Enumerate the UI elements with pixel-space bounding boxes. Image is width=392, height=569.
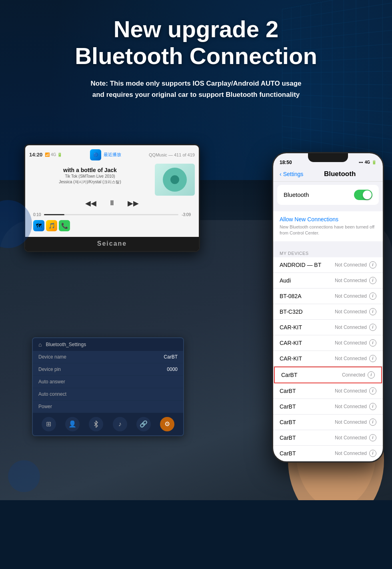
hu-next-button[interactable]: ▶▶: [128, 199, 139, 208]
device-status: Not Connectedi: [335, 403, 376, 410]
header-note: Note: This mode only supports IOS Carpla…: [24, 78, 368, 100]
phone-time: 18:50: [280, 160, 292, 165]
device-row[interactable]: BT-082ANot Connectedi: [273, 289, 383, 304]
bu-link-icon[interactable]: 🔗: [136, 417, 151, 431]
hu-app-icons: 🗺 🎵 📞: [29, 218, 195, 233]
info-icon[interactable]: i: [369, 293, 376, 300]
main-content: 14:20 📶 4G 🔋 🔵 最近播放 QQMusic — 411 of 419…: [0, 112, 392, 500]
info-icon[interactable]: i: [369, 339, 376, 347]
album-outer-circle: [163, 168, 187, 192]
device-status: Not Connectedi: [335, 387, 376, 395]
phone-back-button[interactable]: ‹ Settings: [280, 171, 303, 177]
device-name: CarBT: [280, 403, 296, 410]
info-icon[interactable]: i: [369, 355, 376, 362]
devices-list: ANDROID — BTNot ConnectediAudiNot Connec…: [273, 257, 383, 461]
hu-phone-icon[interactable]: 📞: [59, 220, 70, 231]
phone-screen: 18:50 ▪▪▪ 4G 🔋 ‹ Settings Bluetooth: [273, 153, 383, 461]
allow-new-link[interactable]: Allow New Connections: [280, 216, 376, 222]
device-status: Not Connectedi: [335, 261, 376, 268]
device-name: Audi: [280, 277, 291, 284]
hu-nav-icon: 🔵: [90, 149, 101, 160]
device-name: ANDROID — BT: [280, 262, 321, 268]
hu-album-art: [155, 164, 195, 196]
home-icon[interactable]: ⌂: [38, 341, 42, 348]
bu-auto-connect-label: Auto connect: [38, 391, 66, 397]
back-label: Settings: [283, 171, 304, 177]
info-icon[interactable]: i: [369, 308, 376, 315]
bu-contacts-icon[interactable]: 👤: [65, 417, 80, 431]
info-icon[interactable]: i: [369, 434, 376, 441]
device-row[interactable]: ANDROID — BTNot Connectedi: [273, 257, 383, 273]
my-devices-header: MY DEVICES: [273, 244, 383, 257]
device-status: Not Connectedi: [335, 277, 376, 284]
bu-device-name-row: Device name CarBT: [33, 351, 183, 363]
bu-bluetooth-icon[interactable]: [89, 417, 103, 431]
head-unit: 14:20 📶 4G 🔋 🔵 最近播放 QQMusic — 411 of 419…: [24, 144, 200, 252]
device-status: Not Connectedi: [335, 450, 376, 457]
info-icon[interactable]: i: [368, 371, 375, 379]
bu-music-nav-icon[interactable]: ♪: [113, 417, 127, 431]
device-name: CarBT: [280, 450, 296, 457]
device-status: Not Connectedi: [335, 293, 376, 300]
device-row[interactable]: CAR-KITNot Connectedi: [273, 351, 383, 367]
device-status: Not Connectedi: [335, 419, 376, 426]
info-icon[interactable]: i: [369, 261, 376, 268]
phone-mockup: 18:50 ▪▪▪ 4G 🔋 ‹ Settings Bluetooth: [272, 152, 384, 463]
hu-song-info: with a bottle of Jack Tik Tok (SMTown Li…: [29, 164, 151, 196]
car-scene: 14:20 📶 4G 🔋 🔵 最近播放 QQMusic — 411 of 419…: [0, 120, 392, 500]
device-row[interactable]: CarBTNot Connectedi: [273, 383, 383, 399]
bu-auto-answer-label: Auto answer: [38, 379, 65, 385]
device-name: CarBT: [280, 419, 296, 425]
hu-song-sub2: Jessica (제시카)/Krystal (크리스탈): [29, 179, 151, 185]
info-icon[interactable]: i: [369, 387, 376, 395]
device-row[interactable]: AudiNot Connectedi: [273, 273, 383, 289]
battery-icon: 🔋: [372, 160, 376, 164]
device-status: Connectedi: [342, 371, 375, 379]
nav-arrow-icon: 🔵: [93, 152, 98, 157]
info-icon[interactable]: i: [369, 419, 376, 426]
bu-auto-answer-row: Auto answer: [33, 376, 183, 388]
device-name: BT-082A: [280, 293, 301, 299]
device-name: CarBT: [280, 388, 296, 394]
device-row[interactable]: BT-C32DNot Connectedi: [273, 304, 383, 320]
bu-auto-connect-row: Auto connect: [33, 388, 183, 401]
hu-top-bar: 14:20 📶 4G 🔋 🔵 最近播放 QQMusic — 411 of 419: [29, 149, 195, 160]
device-row[interactable]: CarBTNot Connectedi: [273, 399, 383, 415]
bu-device-pin-value: 0000: [167, 367, 178, 372]
hu-song-sub1: Tik Tok (SMTown Live 2010): [29, 174, 151, 178]
head-unit-screen: 14:20 📶 4G 🔋 🔵 最近播放 QQMusic — 411 of 419…: [25, 145, 199, 237]
bu-apps-icon[interactable]: ⊞: [42, 417, 56, 431]
bluetooth-toggle[interactable]: [354, 190, 372, 200]
info-icon[interactable]: i: [369, 450, 376, 457]
allow-new-section: Allow New Connections New Bluetooth conn…: [273, 208, 383, 244]
hu-maps-icon[interactable]: 🗺: [33, 220, 44, 231]
bu-device-pin-row: Device pin 0000: [33, 363, 183, 376]
info-icon[interactable]: i: [369, 324, 376, 331]
bu-header: ⌂ Bluetooth_Settings: [33, 338, 183, 351]
hu-time-remaining: -3:09: [182, 212, 191, 217]
bu-settings-icon[interactable]: ⚙: [160, 417, 174, 431]
device-row[interactable]: CAR-KITNot Connectedi: [273, 320, 383, 335]
bluetooth-label: Bluetooth: [284, 191, 309, 198]
hu-prev-button[interactable]: ◀◀: [85, 199, 96, 208]
hu-progress-bar: 0:10 -3:09: [29, 211, 195, 218]
device-row[interactable]: CAR-KITNot Connectedi: [273, 335, 383, 351]
device-row[interactable]: CarBTNot Connectedi: [273, 415, 383, 430]
hu-signal: 📶 4G 🔋: [45, 152, 62, 157]
phone-notch: [308, 153, 348, 162]
device-row[interactable]: CarBTNot Connectedi: [273, 446, 383, 461]
device-name: BT-C32D: [280, 309, 303, 315]
hu-brand: Seicane: [97, 240, 127, 247]
hu-music-icon[interactable]: 🎵: [46, 220, 57, 231]
bluetooth-settings-unit: ⌂ Bluetooth_Settings Device name CarBT D…: [32, 337, 184, 436]
hu-song-title: with a bottle of Jack: [29, 167, 151, 173]
device-row[interactable]: CarBTConnectedi: [274, 367, 382, 383]
info-icon[interactable]: i: [369, 403, 376, 410]
phone-signal: 4G: [365, 160, 370, 164]
allow-new-desc: New Bluetooth connections have been turn…: [280, 224, 376, 236]
hu-pause-button[interactable]: ⏸: [108, 199, 116, 207]
bu-footer: ⊞ 👤 ♪ 🔗 ⚙: [33, 413, 183, 435]
device-row[interactable]: CarBTNot Connectedi: [273, 430, 383, 446]
info-icon[interactable]: i: [369, 277, 376, 284]
hu-time: 14:20: [29, 152, 42, 158]
